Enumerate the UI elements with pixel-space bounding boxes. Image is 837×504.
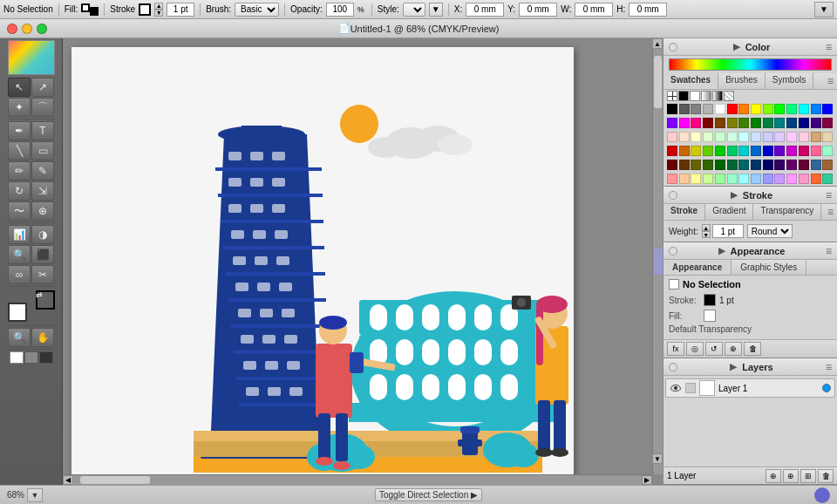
normal-view-btn[interactable]	[10, 351, 24, 364]
panel-close-btn[interactable]	[669, 43, 677, 51]
swatch-cell[interactable]	[751, 104, 761, 114]
tab-swatches[interactable]: Swatches	[663, 73, 718, 89]
maximize-button[interactable]	[37, 24, 47, 34]
tab-appearance[interactable]: Appearance	[663, 260, 732, 275]
swatch-cell[interactable]	[715, 118, 725, 128]
warp-tool[interactable]: 〜	[8, 201, 31, 221]
swatch-cell[interactable]	[799, 132, 809, 142]
swatch-cell[interactable]	[738, 146, 749, 156]
x-input[interactable]	[466, 3, 504, 17]
fill-indicator[interactable]	[81, 3, 99, 16]
toggle-selection-btn[interactable]: Toggle Direct Selection ▶	[375, 488, 482, 501]
swatch-cell[interactable]	[715, 146, 725, 156]
stroke-stepper[interactable]: ▲ ▼	[154, 3, 163, 17]
swatch-cell[interactable]	[727, 132, 738, 142]
swap-fill-stroke[interactable]: ⇄	[36, 290, 43, 299]
swatch-cell[interactable]	[679, 118, 690, 128]
swatch-cell[interactable]	[667, 104, 677, 114]
layers-panel-close[interactable]	[669, 363, 677, 371]
swatch-cell[interactable]	[751, 146, 761, 156]
swatch-cell[interactable]	[738, 160, 749, 170]
paint-bucket-tool[interactable]: ⬛	[31, 245, 54, 264]
white-swatch[interactable]	[690, 91, 700, 101]
shape-tool[interactable]: ▭	[31, 141, 54, 160]
preview-view-btn[interactable]	[24, 351, 38, 364]
swatch-cell[interactable]	[799, 104, 809, 114]
swatch-cell[interactable]	[763, 118, 773, 128]
swatch-cell[interactable]	[738, 118, 749, 128]
no-selection-checkbox[interactable]	[669, 279, 679, 289]
scroll-up-btn[interactable]: ▲	[652, 38, 663, 49]
options-btn[interactable]: ▼	[814, 2, 834, 17]
zoom-btn[interactable]: ▼	[27, 488, 43, 502]
swatch-cell[interactable]	[738, 174, 749, 184]
swatch-cell[interactable]	[691, 160, 701, 170]
swatch-cell[interactable]	[774, 146, 785, 156]
hand-tool[interactable]: ✋	[31, 328, 54, 347]
blend-tool[interactable]: ∞	[8, 265, 31, 284]
weight-up-btn[interactable]: ▲	[702, 224, 711, 231]
delete-layer-btn[interactable]: 🗑	[818, 469, 834, 483]
swatch-cell[interactable]	[691, 174, 701, 184]
scroll-thumb-h[interactable]	[80, 476, 150, 484]
swatch-cell[interactable]	[774, 174, 785, 184]
tab-stroke[interactable]: Stroke	[663, 204, 705, 220]
swatch-cell[interactable]	[703, 160, 713, 170]
swatch-cell[interactable]	[738, 104, 749, 114]
swatch-cell[interactable]	[799, 160, 809, 170]
layer-visibility-toggle[interactable]	[670, 382, 682, 394]
swatch-cell[interactable]	[786, 118, 797, 128]
rotate-tool[interactable]: ↻	[8, 181, 31, 201]
swatch-cell[interactable]	[822, 104, 833, 114]
swatch-cell[interactable]	[679, 104, 690, 114]
fx-btn[interactable]: fx	[667, 342, 684, 356]
make-clipping-btn[interactable]: ⊕	[766, 469, 781, 483]
swatch-cell[interactable]	[774, 104, 785, 114]
swatch-cell[interactable]	[727, 118, 738, 128]
swatch-cell[interactable]	[822, 118, 833, 128]
swatch-cell[interactable]	[751, 160, 761, 170]
black-swatch[interactable]	[678, 91, 689, 101]
swatch-cell[interactable]	[786, 104, 797, 114]
y-input[interactable]	[519, 3, 557, 17]
delete-btn[interactable]: 🗑	[744, 342, 761, 356]
swatch-cell[interactable]	[799, 118, 809, 128]
swatch-cell[interactable]	[703, 174, 713, 184]
stroke-expand[interactable]: ≡	[824, 204, 837, 220]
stroke-color-swatch[interactable]	[704, 294, 716, 306]
scroll-thumb-v[interactable]	[654, 56, 662, 108]
scale-tool[interactable]: ⇲	[31, 181, 54, 201]
horizontal-scrollbar[interactable]: ◀ ▶	[63, 474, 652, 485]
panel-resize-grip[interactable]	[654, 249, 663, 275]
panel-expand-btn[interactable]: ≡	[826, 41, 832, 53]
swatch-cell[interactable]	[679, 160, 690, 170]
swatch-cell[interactable]	[822, 132, 833, 142]
layers-panel-expand[interactable]: ≡	[826, 361, 832, 373]
selection-tool[interactable]: ↖	[8, 78, 31, 97]
swatch-cell[interactable]	[811, 132, 821, 142]
swatch-cell[interactable]	[667, 118, 677, 128]
swatch-cell[interactable]	[691, 132, 701, 142]
swatch-cell[interactable]	[703, 132, 713, 142]
swatch-cell[interactable]	[786, 146, 797, 156]
swatch-cell[interactable]	[811, 118, 821, 128]
swatch-cell[interactable]	[774, 118, 785, 128]
stroke-swatch[interactable]	[139, 3, 151, 16]
swatch-cell[interactable]	[727, 146, 738, 156]
swatch-cell[interactable]	[822, 174, 833, 184]
weight-input[interactable]	[712, 224, 744, 238]
swatches-expand[interactable]: ≡	[824, 73, 837, 89]
swatch-cell[interactable]	[786, 132, 797, 142]
tab-graphic-styles[interactable]: Graphic Styles	[732, 260, 806, 275]
pencil-tool[interactable]: ✎	[31, 161, 54, 180]
swatch-cell[interactable]	[727, 174, 738, 184]
tab-gradient[interactable]: Gradient	[705, 204, 753, 220]
swatch-cell[interactable]	[822, 160, 833, 170]
graph-tool[interactable]: 📊	[8, 225, 31, 244]
swatch-cell[interactable]	[667, 132, 677, 142]
tab-transparency[interactable]: Transparency	[753, 204, 821, 220]
swatch-cell[interactable]	[727, 160, 738, 170]
gradient-swatch-2[interactable]	[712, 91, 723, 101]
swatch-cell[interactable]	[786, 174, 797, 184]
direct-selection-tool[interactable]: ↗	[31, 78, 54, 97]
